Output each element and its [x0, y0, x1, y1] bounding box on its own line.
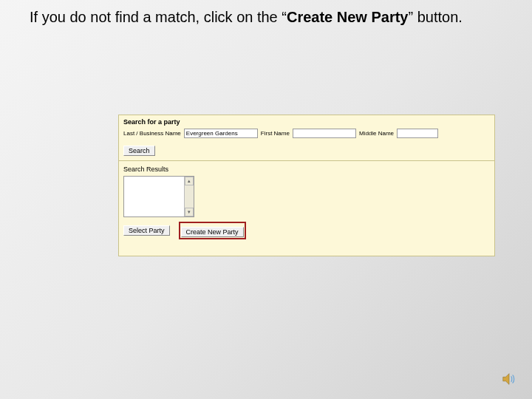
results-title: Search Results	[119, 161, 494, 174]
middle-name-input[interactable]	[397, 129, 438, 138]
instruction-prefix: If you do not find a match, click on the…	[30, 9, 287, 25]
name-field-row: Last / Business Name First Name Middle N…	[119, 127, 494, 140]
scrollbar[interactable]: ▴ ▾	[184, 177, 194, 216]
create-new-party-button[interactable]: Create New Party	[181, 227, 244, 237]
instruction-text: If you do not find a match, click on the…	[30, 7, 488, 27]
search-panel: Search for a party Last / Business Name …	[118, 115, 495, 256]
create-party-highlight: Create New Party	[179, 222, 246, 239]
first-name-label: First Name	[261, 130, 290, 137]
scroll-down-icon[interactable]: ▾	[185, 208, 194, 216]
search-section-title: Search for a party	[119, 115, 494, 127]
scroll-up-icon[interactable]: ▴	[185, 177, 194, 185]
select-party-button[interactable]: Select Party	[123, 225, 170, 236]
middle-name-label: Middle Name	[359, 130, 394, 137]
results-listbox[interactable]: ▴ ▾	[123, 176, 194, 217]
search-button[interactable]: Search	[123, 146, 155, 156]
action-row: Select Party Create New Party	[119, 220, 494, 242]
instruction-suffix: ” button.	[409, 9, 463, 25]
first-name-input[interactable]	[293, 129, 356, 138]
speaker-icon[interactable]	[501, 371, 517, 387]
instruction-bold: Create New Party	[287, 9, 409, 25]
last-business-input[interactable]	[184, 129, 258, 138]
last-business-label: Last / Business Name	[123, 130, 181, 137]
